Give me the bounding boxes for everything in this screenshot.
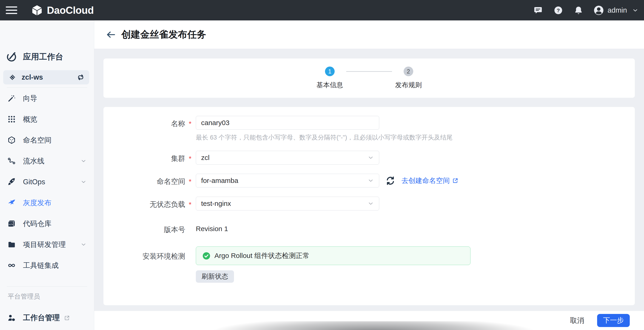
refresh-status-button[interactable]: 刷新状态 [196,270,234,283]
env-check-message: Argo Rollout 组件状态检测正常 [214,251,309,260]
chevron-down-icon [632,7,638,13]
edit-circle-icon [6,51,17,62]
sidebar-item-namespace[interactable]: 命名空间 [0,130,94,151]
avatar [594,5,604,16]
workspace-name: zcl-ws [22,73,43,81]
cancel-button[interactable]: 取消 [567,314,588,328]
workspace-cube-icon [9,74,16,81]
brand-name: DaoCloud [47,4,94,16]
sidebar-item-overview[interactable]: 概览 [0,109,94,130]
step-number[interactable]: 1 [325,67,335,76]
main-content: 创建金丝雀发布任务 1 基本信息 2 发布规则 名称 最长 63 个字符，只能包… [94,20,644,330]
rocket-icon [7,178,16,186]
chevron-down-icon [368,155,374,161]
feedback-chat-icon[interactable] [533,5,543,15]
cluster-label: 集群 [104,151,185,164]
namespace-select[interactable]: for-amamba [196,174,379,187]
refresh-namespaces-icon[interactable] [385,175,396,186]
name-label: 名称 [104,116,185,129]
namespace-select-value: for-amamba [201,177,238,184]
help-icon[interactable]: ? [554,5,563,15]
namespace-label: 命名空间 [104,174,185,186]
stepper: 1 基本信息 2 发布规则 [308,67,430,90]
user-name: admin [608,6,627,14]
chevron-down-icon [80,241,87,248]
step-number[interactable]: 2 [404,67,413,76]
chevron-down-icon [368,177,374,184]
step-connector [346,71,392,72]
revision-label: 版本号 [104,222,185,235]
pipeline-icon [7,157,16,165]
next-step-button[interactable]: 下一步 [597,314,630,327]
action-bar: 取消 下一步 [94,311,644,330]
revision-value: Revision 1 [196,222,228,233]
cube-outline-icon [7,136,16,144]
namespace-actions: 去创建命名空间 [385,174,458,187]
create-namespace-link[interactable]: 去创建命名空间 [402,176,458,185]
chevron-down-icon [80,179,87,185]
name-hint: 最长 63 个字符，只能包含小写字母、数字及分隔符("-")，且必须以小写字母或… [196,133,452,142]
form-row-name: 名称 最长 63 个字符，只能包含小写字母、数字及分隔符("-")，且必须以小写… [104,116,635,142]
user-menu[interactable]: admin [594,5,638,16]
sidebar-nav: 向导 概览 命名空间 [0,88,94,276]
sidebar-item-workbench-manage[interactable]: 工作台管理 [0,310,94,326]
topbar-actions: ? admin [523,5,644,16]
sidebar-item-canary-release[interactable]: 灰度发布 [0,192,94,213]
step-label: 发布规则 [395,81,422,90]
name-input[interactable] [196,116,379,130]
sidebar-app-workbench-label: 应用工作台 [23,51,63,62]
sidebar-item-pipeline[interactable]: 流水线 [0,151,94,171]
sidebar: 应用工作台 zcl-ws [0,20,94,330]
workload-select-value: test-nginx [201,200,231,207]
step-basic-info: 1 基本信息 [308,67,352,90]
page-title: 创建金丝雀发布任务 [121,28,206,41]
form-row-workload: 无状态负载 test-nginx [104,197,635,210]
daocloud-cube-icon [31,4,43,16]
folder-icon [7,240,16,249]
svg-text:</>: </> [9,223,13,226]
page-header: 创建金丝雀发布任务 [94,20,644,49]
cluster-select-value: zcl [201,154,210,162]
sidebar-item-wizard[interactable]: 向导 [0,88,94,109]
chevron-down-icon [80,158,87,164]
env-check-status-box: Argo Rollout 组件状态检测正常 [196,246,470,265]
sidebar-divider [7,87,87,88]
sidebar-item-code-repo[interactable]: </> 代码仓库 [0,213,94,234]
person-cube-icon [7,314,16,322]
topbar: DaoCloud ? [0,0,644,20]
chevron-down-icon [368,200,374,207]
stepper-card: 1 基本信息 2 发布规则 [104,58,635,98]
cluster-select[interactable]: zcl [196,151,379,165]
step-release-rules: 2 发布规则 [386,67,430,90]
form-row-cluster: 集群 zcl [104,151,635,165]
step-label: 基本信息 [316,81,343,90]
workspace-switch-icon[interactable] [77,73,84,81]
code-repo-icon: </> [7,219,16,228]
sidebar-item-gitops[interactable]: GitOps [0,171,94,192]
workload-select[interactable]: test-nginx [196,197,379,210]
wand-icon [7,94,16,103]
external-link-icon [452,177,458,184]
menu-hamburger-icon[interactable] [6,6,18,14]
check-circle-icon [202,252,211,260]
external-link-icon [64,315,70,321]
form-row-namespace: 命名空间 for-amamba [104,174,635,187]
infinity-icon [7,261,16,270]
sidebar-item-toolchain[interactable]: 工具链集成 [0,255,94,276]
sidebar-section-label: 平台管理员 [8,292,40,301]
svg-text:?: ? [557,7,560,13]
form-row-env-check: 安装环境检测 Argo Rollout 组件状态检测正常 刷新状态 [104,246,635,283]
back-arrow-icon[interactable] [106,30,116,39]
grid-dots-icon [7,115,16,124]
sidebar-item-workbench-manage-label: 工作台管理 [23,313,60,323]
form-row-revision: 版本号 Revision 1 [104,222,635,235]
form-card: 名称 最长 63 个字符，只能包含小写字母、数字及分隔符("-")，且必须以小写… [104,107,635,305]
sidebar-app-workbench[interactable]: 应用工作台 [6,51,63,62]
sidebar-item-project-mgmt[interactable]: 项目研发管理 [0,234,94,255]
workload-label: 无状态负载 [104,197,185,209]
env-check-label: 安装环境检测 [104,246,185,261]
bottom-shadow [193,321,554,330]
brand-logo[interactable]: DaoCloud [31,4,94,16]
notifications-bell-icon[interactable] [574,5,583,15]
workspace-selector[interactable]: zcl-ws [3,70,89,84]
